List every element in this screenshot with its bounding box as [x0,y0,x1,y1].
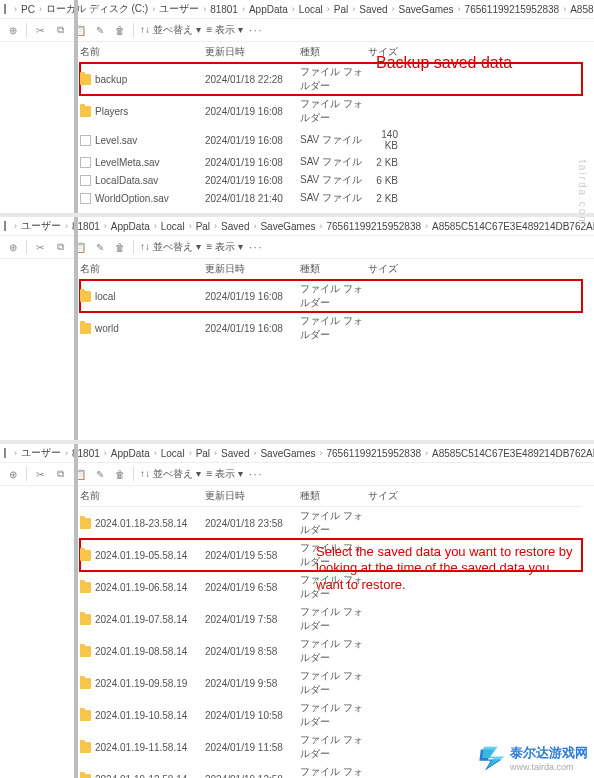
sort-button[interactable]: ↑↓ 並べ替え ▾ [140,240,201,254]
chevron-right-icon: › [292,4,295,14]
rename-icon[interactable]: ✎ [93,467,107,481]
list-item[interactable]: 2024.01.19-08.58.142024/01/19 8:58ファイル フ… [80,635,582,667]
breadcrumb-segment[interactable]: Saved [221,221,249,232]
breadcrumb-segment[interactable]: 81801 [210,4,238,15]
chevron-right-icon: › [563,4,566,14]
file-list: 名前 更新日時 種類 サイズ local2024/01/19 16:08ファイル… [80,259,582,344]
sort-button[interactable]: ↑↓ 並べ替え ▾ [140,467,201,481]
chevron-right-icon: › [154,448,157,458]
logo-sub: www.tairda.com [510,762,588,772]
list-item[interactable]: 2024.01.19-07.58.142024/01/19 7:58ファイル フ… [80,603,582,635]
monitor-icon [4,4,6,14]
breadcrumb-segment[interactable]: A8585C514C67E3E489214DB762AF5D88 [432,221,594,232]
column-headers[interactable]: 名前 更新日時 種類 サイズ [80,486,582,507]
list-item[interactable]: 2024.01.19-09.58.192024/01/19 9:58ファイル フ… [80,667,582,699]
view-button[interactable]: ≡ 表示 ▾ [207,23,243,37]
item-date: 2024/01/18 23:58 [205,518,300,529]
list-item[interactable]: Players2024/01/19 16:08ファイル フォルダー [80,95,582,127]
cut-icon[interactable]: ✂ [33,240,47,254]
item-date: 2024/01/19 16:08 [205,291,300,302]
breadcrumb-segment[interactable]: A8585C514C67E3E489214DB762AF5D88 [570,4,594,15]
new-icon[interactable]: ⊕ [6,467,20,481]
cut-icon[interactable]: ✂ [33,467,47,481]
breadcrumb-segment[interactable]: A8585C514C67E3E489214DB762AF5D88 [432,448,594,459]
item-date: 2024/01/19 10:58 [205,710,300,721]
breadcrumb-segment[interactable]: AppData [111,221,150,232]
site-logo: 泰尔达游戏网 www.tairda.com [478,744,588,772]
view-button[interactable]: ≡ 表示 ▾ [207,467,243,481]
chevron-right-icon: › [152,4,155,14]
list-item[interactable]: local2024/01/19 16:08ファイル フォルダー [80,280,582,312]
copy-icon[interactable]: ⧉ [53,23,67,37]
breadcrumb-segment[interactable]: SaveGames [260,221,315,232]
col-type[interactable]: 種類 [300,45,366,59]
breadcrumb-segment[interactable]: PC [21,4,35,15]
breadcrumb-segment[interactable]: Pal [196,448,210,459]
chevron-right-icon: › [253,221,256,231]
chevron-right-icon: › [425,221,428,231]
item-type: ファイル フォルダー [300,509,366,537]
breadcrumb-segment[interactable]: Pal [334,4,348,15]
rename-icon[interactable]: ✎ [93,240,107,254]
breadcrumb-segment[interactable]: Saved [359,4,387,15]
file-list: 名前 更新日時 種類 サイズ 2024.01.18-23.58.142024/0… [80,486,582,778]
breadcrumb-segment[interactable]: 76561199215952838 [326,448,421,459]
delete-icon[interactable]: 🗑 [113,467,127,481]
breadcrumb-segment[interactable]: ユーザー [21,219,61,233]
item-size: 6 KB [366,175,406,186]
item-name: LocalData.sav [95,175,158,186]
cut-icon[interactable]: ✂ [33,23,47,37]
monitor-icon [4,221,6,231]
rename-icon[interactable]: ✎ [93,23,107,37]
breadcrumb-segment[interactable]: Local [161,448,185,459]
breadcrumb-segment[interactable]: 76561199215952838 [326,221,421,232]
file-icon [80,157,91,168]
chevron-right-icon: › [189,448,192,458]
breadcrumb-segment[interactable]: Pal [196,221,210,232]
more-button[interactable]: ··· [249,469,263,480]
breadcrumb-segment[interactable]: 76561199215952838 [465,4,560,15]
copy-icon[interactable]: ⧉ [53,467,67,481]
breadcrumb-segment[interactable]: SaveGames [260,448,315,459]
col-name[interactable]: 名前 [80,45,205,59]
item-name: 2024.01.19-08.58.14 [95,646,187,657]
folder-icon [80,74,91,85]
breadcrumb[interactable]: ›ユーザー›81801›AppData›Local›Pal›Saved›Save… [0,444,594,463]
item-name: backup [95,74,127,85]
list-item[interactable]: Level.sav2024/01/19 16:08SAV ファイル140 KB [80,127,582,153]
more-button[interactable]: ··· [249,242,263,253]
item-type: ファイル フォルダー [300,97,366,125]
breadcrumb-segment[interactable]: Local [161,221,185,232]
list-item[interactable]: world2024/01/19 16:08ファイル フォルダー [80,312,582,344]
chevron-right-icon: › [65,448,68,458]
list-item[interactable]: WorldOption.sav2024/01/18 21:40SAV ファイル2… [80,189,582,207]
list-item[interactable]: LocalData.sav2024/01/19 16:08SAV ファイル6 K… [80,171,582,189]
delete-icon[interactable]: 🗑 [113,240,127,254]
chevron-right-icon: › [214,448,217,458]
breadcrumb[interactable]: ›ユーザー›81801›AppData›Local›Pal›Saved›Save… [0,217,594,236]
breadcrumb-segment[interactable]: ユーザー [21,446,61,460]
col-date[interactable]: 更新日時 [205,45,300,59]
explorer-pane-3: ›ユーザー›81801›AppData›Local›Pal›Saved›Save… [0,444,594,778]
chevron-right-icon: › [319,448,322,458]
list-item[interactable]: 2024.01.18-23.58.142024/01/18 23:58ファイル … [80,507,582,539]
list-item[interactable]: 2024.01.19-10.58.142024/01/19 10:58ファイル … [80,699,582,731]
folder-icon [80,774,91,779]
list-item[interactable]: LevelMeta.sav2024/01/19 16:08SAV ファイル2 K… [80,153,582,171]
breadcrumb-segment[interactable]: ユーザー [159,2,199,16]
breadcrumb-segment[interactable]: Local [299,4,323,15]
breadcrumb-segment[interactable]: AppData [249,4,288,15]
breadcrumb-segment[interactable]: SaveGames [399,4,454,15]
breadcrumb-segment[interactable]: AppData [111,448,150,459]
more-button[interactable]: ··· [249,25,263,36]
view-button[interactable]: ≡ 表示 ▾ [207,240,243,254]
new-icon[interactable]: ⊕ [6,23,20,37]
delete-icon[interactable]: 🗑 [113,23,127,37]
sort-button[interactable]: ↑↓ 並べ替え ▾ [140,23,201,37]
breadcrumb-segment[interactable]: ローカル ディスク (C:) [46,2,148,16]
breadcrumb[interactable]: ›PC›ローカル ディスク (C:)›ユーザー›81801›AppData›Lo… [0,0,594,19]
column-headers[interactable]: 名前 更新日時 種類 サイズ [80,259,582,280]
new-icon[interactable]: ⊕ [6,240,20,254]
breadcrumb-segment[interactable]: Saved [221,448,249,459]
copy-icon[interactable]: ⧉ [53,240,67,254]
